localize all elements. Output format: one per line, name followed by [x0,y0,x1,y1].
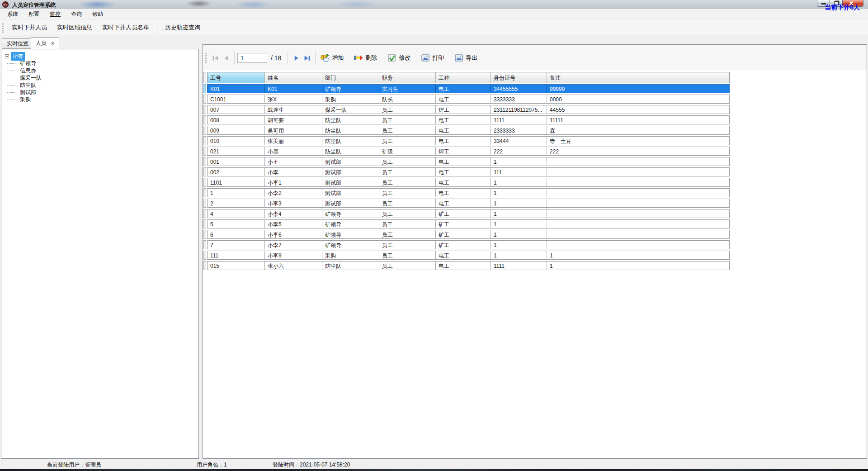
table-cell[interactable]: 1 [491,230,547,238]
table-cell[interactable]: 矿领导 [322,230,379,238]
table-cell[interactable]: 员工 [379,157,436,166]
table-cell[interactable]: 11111 [547,116,729,124]
table-cell[interactable]: 2333333 [491,126,547,134]
table-cell[interactable] [547,168,729,176]
table-cell[interactable]: 231121198112075... [491,105,547,114]
pager-toolbar-grip[interactable] [205,53,207,63]
table-cell[interactable]: 小李5 [265,220,322,228]
table-cell[interactable]: 007 [208,105,265,114]
table-cell[interactable]: 1 [208,189,265,197]
table-cell[interactable]: 电工 [436,178,491,186]
table-row[interactable]: K01K01矿领导实习生电工3445555599999 [203,84,730,93]
table-cell[interactable]: 电工 [436,189,491,197]
table-cell[interactable]: 111 [208,251,265,259]
table-cell[interactable]: 防尘队 [322,126,379,134]
table-cell[interactable] [547,199,729,207]
table-cell[interactable]: K01 [208,85,265,93]
table-cell[interactable]: 员工 [379,220,436,228]
tree-node-4[interactable]: 测试部 [7,89,198,96]
table-cell[interactable]: 防尘队 [322,262,379,270]
table-cell[interactable]: 1101 [208,178,265,186]
quickbar-item-1[interactable]: 实时区域信息 [52,21,97,34]
table-row[interactable]: 111小李9采购员工电工11 [203,251,730,260]
tab-1[interactable]: 人员× [31,37,59,49]
quickbar-item-0[interactable]: 实时下井人员 [7,21,52,34]
table-cell[interactable]: 员工 [379,189,436,197]
table-cell[interactable]: 1 [491,189,547,197]
table-cell[interactable]: 021 [208,147,265,155]
add-button[interactable]: 增加 [318,52,346,63]
tree-node-0[interactable]: 矿领导 [7,60,198,67]
column-header-0[interactable]: 工号 [208,72,265,83]
table-cell[interactable]: 小李6 [265,230,322,238]
tree-node-3[interactable]: 防尘队 [7,81,198,89]
table-row[interactable]: 5小李5矿领导员工矿工1 [203,219,730,228]
table-cell[interactable]: 1 [491,178,547,186]
table-cell[interactable]: 7 [208,241,265,249]
table-cell[interactable]: 4 [208,209,265,218]
table-cell[interactable]: 矿领导 [322,220,379,228]
column-header-2[interactable]: 部门 [322,72,379,83]
table-cell[interactable]: 001 [208,157,265,166]
tab-0[interactable]: 实时位置 [2,38,33,49]
table-cell[interactable]: 防尘队 [322,137,379,145]
table-cell[interactable]: 员工 [379,178,436,186]
table-cell[interactable]: 34455555 [491,85,547,93]
table-cell[interactable]: 电工 [436,262,491,270]
table-cell[interactable]: 3333333 [491,95,547,103]
table-cell[interactable]: 小李3 [265,199,322,207]
table-cell[interactable]: 采购 [322,251,379,259]
table-row[interactable]: 001小王测试部员工电工1 [203,157,730,166]
table-cell[interactable]: 员工 [379,199,436,207]
table-cell[interactable]: 煤采一队 [322,105,379,114]
table-cell[interactable]: 电工 [436,251,491,259]
quickbar-item-3[interactable]: 历史轨迹查询 [160,21,205,34]
tab-close-icon[interactable]: × [51,41,54,46]
table-row[interactable]: 009吴可用防尘队员工电工2333333森 [203,126,730,135]
table-cell[interactable]: 电工 [436,157,491,166]
table-cell[interactable]: 小李 [265,168,322,176]
table-row[interactable]: 7小李7矿领导员工矿工1 [203,240,730,249]
table-cell[interactable]: 测试部 [322,157,379,166]
table-cell[interactable] [547,178,729,186]
table-row[interactable]: 015张小六防尘队员工电工11111 [203,261,730,270]
table-cell[interactable]: 防尘队 [322,147,379,155]
prev-page-icon[interactable] [221,52,231,63]
table-cell[interactable]: 电工 [436,85,491,93]
table-cell[interactable] [547,157,729,166]
table-cell[interactable]: 111 [491,168,547,176]
table-cell[interactable]: 员工 [379,230,436,238]
table-cell[interactable]: 实习生 [379,85,436,93]
table-cell[interactable]: 小李1 [265,178,322,186]
table-cell[interactable]: 张X [265,95,322,103]
last-page-icon[interactable] [302,52,312,63]
column-header-6[interactable]: 备注 [547,72,729,83]
table-cell[interactable]: 小王 [265,157,322,166]
table-cell[interactable]: 测试部 [322,189,379,197]
table-cell[interactable]: 小黑 [265,147,322,155]
print-button[interactable]: 打印 [419,52,446,63]
column-header-3[interactable]: 职务 [379,72,436,83]
column-header-1[interactable]: 姓名 [265,72,322,83]
table-cell[interactable]: 33444 [491,137,547,145]
table-cell[interactable]: 222 [547,147,729,155]
table-cell[interactable]: 1 [491,251,547,259]
table-cell[interactable]: C1001 [208,95,265,103]
menu-item-0[interactable]: 系统 [3,9,23,19]
table-cell[interactable]: 焊工 [436,105,491,114]
table-cell[interactable]: 1111 [491,262,547,270]
table-cell[interactable] [547,241,729,249]
table-cell[interactable]: 2 [208,199,265,207]
table-row[interactable]: 008胡可要防尘队员工电工111111111 [203,115,730,124]
table-cell[interactable]: 焊工 [436,147,491,155]
tree-node-1[interactable]: 信息办 [7,67,198,74]
table-cell[interactable]: 电工 [436,126,491,134]
table-cell[interactable]: 电工 [436,95,491,103]
table-cell[interactable]: 6 [208,230,265,238]
table-cell[interactable]: 008 [208,116,265,124]
table-cell[interactable]: 015 [208,262,265,270]
menu-item-1[interactable]: 配置 [24,9,44,19]
table-cell[interactable]: 222 [491,147,547,155]
tree-collapse-icon[interactable] [5,54,9,58]
table-cell[interactable]: 员工 [379,168,436,176]
